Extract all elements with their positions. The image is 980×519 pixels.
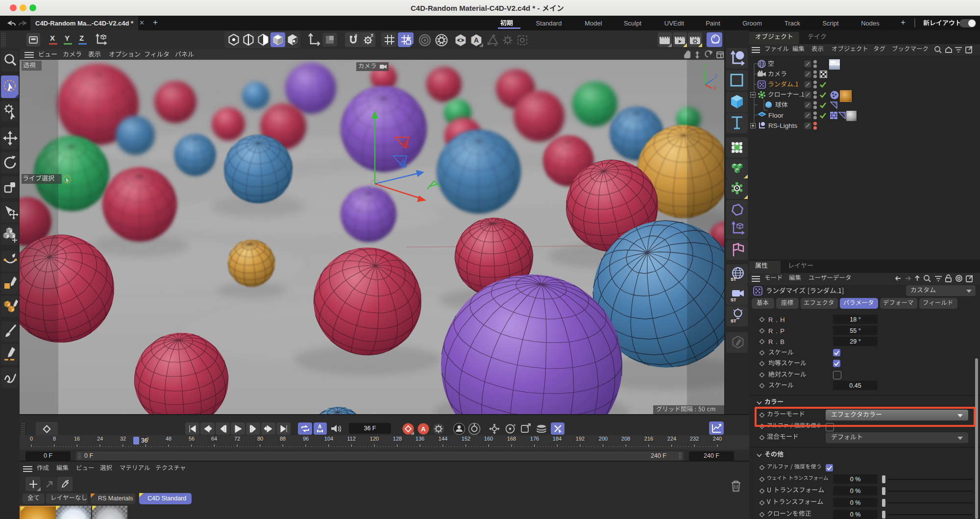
svg-text:144: 144 xyxy=(439,436,447,442)
svg-text:192: 192 xyxy=(576,436,585,442)
svg-text:128: 128 xyxy=(393,436,402,442)
svg-text:240: 240 xyxy=(713,436,722,442)
svg-text:136: 136 xyxy=(416,436,424,442)
svg-text:160: 160 xyxy=(484,436,493,442)
svg-text:ST: ST xyxy=(731,319,736,323)
svg-text:224: 224 xyxy=(667,436,676,442)
svg-text:56: 56 xyxy=(189,436,195,442)
svg-text:24: 24 xyxy=(97,436,103,442)
svg-text:104: 104 xyxy=(324,436,333,442)
svg-text:176: 176 xyxy=(530,436,539,442)
svg-text:16: 16 xyxy=(74,436,80,442)
svg-text:32: 32 xyxy=(120,436,126,442)
svg-text:0: 0 xyxy=(30,436,33,442)
svg-text:216: 216 xyxy=(644,436,653,442)
svg-text:200: 200 xyxy=(599,436,608,442)
svg-text:64: 64 xyxy=(211,436,217,442)
svg-text:112: 112 xyxy=(347,436,356,442)
svg-text:Y: Y xyxy=(703,63,707,70)
svg-text:A: A xyxy=(474,36,479,44)
svg-text:184: 184 xyxy=(553,436,562,442)
svg-text:72: 72 xyxy=(234,436,240,442)
svg-text:80: 80 xyxy=(257,436,263,442)
svg-text:88: 88 xyxy=(280,436,286,442)
svg-text:232: 232 xyxy=(690,436,699,442)
svg-text:8: 8 xyxy=(53,436,56,442)
svg-text:A: A xyxy=(421,425,426,433)
svg-text:168: 168 xyxy=(507,436,516,442)
svg-text:ST: ST xyxy=(731,277,736,282)
svg-text:208: 208 xyxy=(621,436,630,442)
svg-text:ST: ST xyxy=(731,297,736,302)
svg-text:96: 96 xyxy=(303,436,309,442)
svg-text:X: X xyxy=(713,85,717,90)
svg-text:A: A xyxy=(318,424,321,429)
svg-text:Z: Z xyxy=(714,74,718,79)
svg-text:48: 48 xyxy=(166,436,172,442)
svg-text:152: 152 xyxy=(462,436,470,442)
svg-text:120: 120 xyxy=(370,436,379,442)
